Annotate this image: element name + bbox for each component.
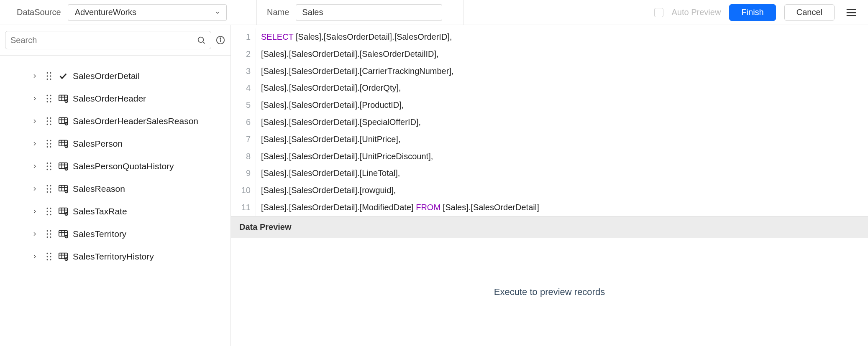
code-line[interactable]: [Sales].[SalesOrderDetail].[ModifiedDate… xyxy=(261,199,539,216)
svg-point-82 xyxy=(47,233,49,235)
svg-point-13 xyxy=(50,79,51,80)
chevron-right-icon[interactable] xyxy=(30,162,39,171)
svg-point-69 xyxy=(47,208,49,209)
svg-point-101 xyxy=(64,257,68,261)
sql-editor[interactable]: 1234567891011 SELECT [Sales].[SalesOrder… xyxy=(231,25,868,216)
svg-point-63 xyxy=(50,191,51,193)
chevron-right-icon[interactable] xyxy=(30,252,39,261)
svg-point-41 xyxy=(50,146,51,148)
editor-gutter: 1234567891011 xyxy=(231,28,256,216)
svg-point-72 xyxy=(50,211,51,212)
table-tree-item[interactable]: SalesOrderDetail xyxy=(0,65,230,87)
drag-handle-icon[interactable] xyxy=(44,117,54,126)
search-box[interactable] xyxy=(5,31,211,49)
svg-point-40 xyxy=(47,146,49,148)
chevron-right-icon[interactable] xyxy=(30,229,39,239)
chevron-right-icon[interactable] xyxy=(30,71,39,81)
svg-point-51 xyxy=(47,169,49,170)
svg-point-3 xyxy=(198,37,204,43)
svg-point-46 xyxy=(64,145,68,148)
table-tree-item[interactable]: SalesOrderHeaderSalesReason xyxy=(0,110,230,132)
code-line[interactable]: SELECT [Sales].[SalesOrderDetail].[Sales… xyxy=(261,28,539,46)
table-icon xyxy=(59,252,68,261)
table-name: SalesPerson xyxy=(73,139,123,149)
svg-point-68 xyxy=(64,190,68,193)
chevron-right-icon[interactable] xyxy=(30,184,39,193)
line-number: 8 xyxy=(231,148,251,165)
code-line[interactable]: [Sales].[SalesOrderDetail].[LineTotal], xyxy=(261,165,539,182)
chevron-right-icon[interactable] xyxy=(30,139,39,148)
code-line[interactable]: [Sales].[SalesOrderDetail].[SalesOrderDe… xyxy=(261,46,539,63)
table-icon xyxy=(59,207,68,216)
svg-point-9 xyxy=(50,72,51,74)
line-number: 7 xyxy=(231,131,251,148)
drag-handle-icon[interactable] xyxy=(44,139,54,148)
finish-button[interactable]: Finish xyxy=(729,4,776,21)
search-input[interactable] xyxy=(10,36,197,45)
svg-point-14 xyxy=(47,95,49,97)
search-row xyxy=(0,25,230,56)
table-tree-item[interactable]: SalesPersonQuotaHistory xyxy=(0,155,230,178)
auto-preview-checkbox[interactable] xyxy=(654,8,663,17)
code-line[interactable]: [Sales].[SalesOrderDetail].[SpecialOffer… xyxy=(261,114,539,131)
code-line[interactable]: [Sales].[SalesOrderDetail].[UnitPriceDis… xyxy=(261,148,539,165)
table-icon xyxy=(59,162,68,171)
datasource-label: DataSource xyxy=(17,8,61,17)
table-icon xyxy=(59,229,68,239)
datasource-select[interactable]: AdventureWorks xyxy=(68,4,227,21)
checkmark-icon xyxy=(59,71,68,81)
drag-handle-icon[interactable] xyxy=(44,71,54,81)
search-icon xyxy=(197,36,206,45)
svg-point-60 xyxy=(47,188,49,190)
svg-point-15 xyxy=(50,95,51,97)
svg-point-50 xyxy=(50,165,51,167)
chevron-right-icon[interactable] xyxy=(30,94,39,103)
table-tree-item[interactable]: SalesTaxRate xyxy=(0,200,230,223)
svg-point-59 xyxy=(50,185,51,187)
editor-code[interactable]: SELECT [Sales].[SalesOrderDetail].[Sales… xyxy=(256,28,539,216)
code-line[interactable]: [Sales].[SalesOrderDetail].[rowguid], xyxy=(261,182,539,199)
chevron-right-icon[interactable] xyxy=(30,207,39,216)
cancel-button[interactable]: Cancel xyxy=(784,4,835,21)
hamburger-menu-button[interactable] xyxy=(843,4,860,21)
svg-point-7 xyxy=(220,38,221,39)
chevron-right-icon[interactable] xyxy=(30,117,39,126)
code-line[interactable]: [Sales].[SalesOrderDetail].[ProductID], xyxy=(261,97,539,114)
name-input[interactable] xyxy=(296,4,442,21)
drag-handle-icon[interactable] xyxy=(44,252,54,261)
code-line[interactable]: [Sales].[SalesOrderDetail].[UnitPrice], xyxy=(261,131,539,148)
svg-point-57 xyxy=(64,167,68,170)
datasource-section: DataSource AdventureWorks xyxy=(0,0,257,25)
line-number: 10 xyxy=(231,182,251,199)
drag-handle-icon[interactable] xyxy=(44,162,54,171)
datasource-value: AdventureWorks xyxy=(75,8,136,17)
svg-point-26 xyxy=(50,117,51,119)
code-line[interactable]: [Sales].[SalesOrderDetail].[CarrierTrack… xyxy=(261,63,539,80)
line-number: 2 xyxy=(231,46,251,63)
svg-point-18 xyxy=(47,101,49,103)
name-section: Name xyxy=(257,0,463,25)
table-icon xyxy=(59,139,68,148)
svg-point-24 xyxy=(64,99,68,103)
table-tree-item[interactable]: SalesTerritoryHistory xyxy=(0,245,230,268)
drag-handle-icon[interactable] xyxy=(44,207,54,216)
data-preview-header: Data Preview xyxy=(231,216,868,238)
table-tree-item[interactable]: SalesReason xyxy=(0,178,230,200)
table-tree-item[interactable]: SalesTerritory xyxy=(0,223,230,245)
drag-handle-icon[interactable] xyxy=(44,184,54,193)
drag-handle-icon[interactable] xyxy=(44,94,54,103)
line-number: 1 xyxy=(231,28,251,46)
name-label: Name xyxy=(267,8,289,17)
svg-point-90 xyxy=(64,235,68,238)
info-icon[interactable] xyxy=(215,35,225,45)
code-line[interactable]: [Sales].[SalesOrderDetail].[OrderQty], xyxy=(261,79,539,97)
line-number: 9 xyxy=(231,165,251,182)
svg-point-61 xyxy=(50,188,51,190)
svg-point-81 xyxy=(50,230,51,232)
table-tree-item[interactable]: SalesOrderHeader xyxy=(0,87,230,110)
table-tree-item[interactable]: SalesPerson xyxy=(0,132,230,155)
svg-point-29 xyxy=(47,124,49,125)
svg-point-73 xyxy=(47,214,49,216)
drag-handle-icon[interactable] xyxy=(44,229,54,239)
svg-point-38 xyxy=(47,143,49,145)
